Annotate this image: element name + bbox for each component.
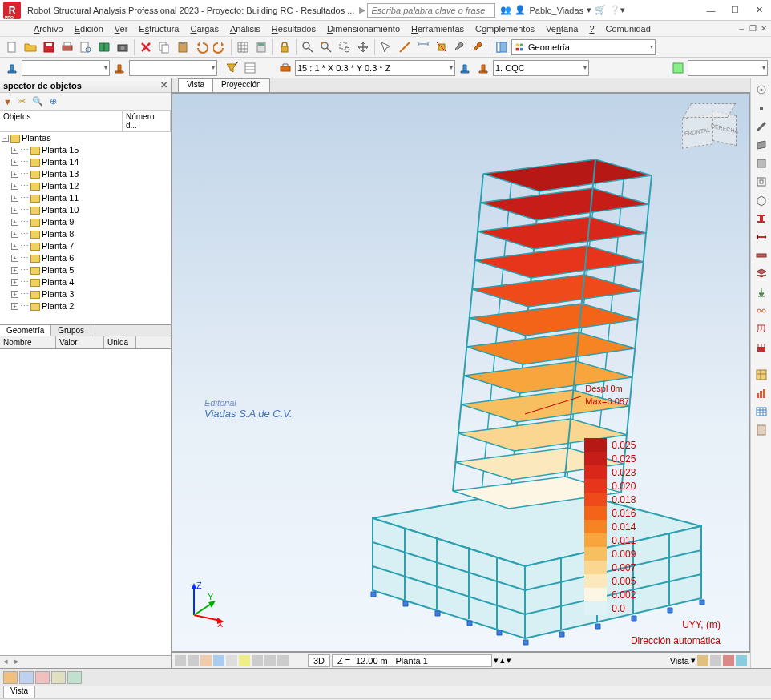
section-prev-icon[interactable]: ▴ (500, 655, 505, 666)
tree-item[interactable]: +⋯Planta 6 (0, 252, 171, 264)
vb-icon-9[interactable] (277, 655, 289, 666)
tree-item[interactable]: +⋯Planta 15 (0, 144, 171, 156)
tree-item[interactable]: +⋯Planta 3 (0, 288, 171, 300)
table-icon[interactable] (753, 404, 769, 420)
menu-cargas[interactable]: Cargas (184, 22, 224, 35)
vb-icon-3[interactable] (200, 655, 212, 666)
pan-icon[interactable] (354, 38, 372, 56)
stamp2-icon[interactable] (111, 59, 128, 77)
maximize-button[interactable]: ☐ (723, 2, 747, 18)
preview-icon[interactable] (77, 38, 95, 56)
menu-help[interactable]: ? (583, 22, 599, 35)
expand-icon[interactable]: + (11, 195, 18, 202)
vb-r2-icon[interactable] (710, 655, 721, 666)
loadcase-icon[interactable] (753, 340, 769, 356)
layout-icon[interactable] (493, 38, 511, 56)
section-icon[interactable] (433, 38, 450, 56)
open-icon[interactable] (22, 38, 39, 56)
section-next-icon[interactable]: ▾ (507, 655, 511, 666)
save-icon[interactable] (40, 38, 58, 56)
stamp4-icon[interactable] (474, 59, 492, 77)
coord-combo[interactable]: 15 : 1 * X 0.3 * Y 0.3 * Z ▾ (295, 60, 455, 76)
bt-1[interactable] (3, 671, 18, 684)
col-numero[interactable]: Número d... (123, 111, 171, 131)
col-valor[interactable]: Valor (56, 336, 104, 348)
menu-estructura[interactable]: Estructura (133, 22, 184, 35)
vb-icon-6[interactable] (239, 655, 250, 666)
vb-icon-2[interactable] (188, 655, 199, 666)
vb-icon-1[interactable] (175, 655, 186, 666)
object-tree[interactable]: − Plantas +⋯Planta 15+⋯Planta 14+⋯Planta… (0, 132, 171, 324)
vb-icon-5[interactable] (226, 655, 237, 666)
grid-icon[interactable] (234, 38, 252, 56)
bt-4[interactable] (51, 671, 66, 684)
vb-dd-icon[interactable]: ▾ (691, 655, 696, 666)
bt-5[interactable] (67, 671, 82, 684)
section-mode-icon[interactable] (277, 59, 294, 77)
section-dropdown-icon[interactable]: ▾ (494, 655, 499, 666)
wall-icon[interactable] (753, 155, 769, 171)
wrench2-icon[interactable] (470, 38, 487, 56)
paste-icon[interactable] (174, 38, 192, 56)
delete-icon[interactable] (137, 38, 155, 56)
results-icon[interactable] (753, 385, 769, 401)
camera-icon[interactable] (114, 38, 131, 56)
print-icon[interactable] (59, 38, 76, 56)
opening-icon[interactable] (753, 174, 769, 190)
menu-comunidad[interactable]: Comunidad (600, 22, 656, 35)
selection-combo-2[interactable]: ▾ (129, 60, 217, 76)
view-section[interactable]: Z = -12.00 m - Planta 1 (332, 654, 492, 667)
new-icon[interactable] (3, 38, 21, 56)
bar-icon[interactable] (753, 119, 769, 135)
axis-triad[interactable]: Z X Y (182, 579, 230, 627)
funnel-icon[interactable]: ▼ (3, 97, 12, 107)
help-icon[interactable]: ❔▾ (609, 5, 625, 15)
vb-icon-8[interactable] (264, 655, 276, 666)
col-unidad[interactable]: Unida (104, 336, 136, 348)
globe-icon[interactable]: ⊕ (50, 96, 57, 107)
zoom-icon[interactable] (299, 38, 317, 56)
props-icon[interactable] (241, 59, 259, 77)
stamp3-icon[interactable] (456, 59, 474, 77)
tree-item[interactable]: +⋯Planta 13 (0, 168, 171, 180)
menu-archivo[interactable]: Archivo (28, 22, 69, 35)
tree-item[interactable]: +⋯Planta 10 (0, 204, 171, 216)
release-icon[interactable] (753, 303, 769, 319)
3d-viewport[interactable]: FRONTAL DERECHA (172, 93, 750, 652)
tab-geometria[interactable]: Geometría (0, 325, 51, 336)
expand-icon[interactable]: + (11, 231, 18, 238)
snap-icon[interactable] (753, 82, 769, 98)
book-icon[interactable] (95, 38, 113, 56)
minimize-button[interactable]: — (699, 2, 723, 18)
vb-icon-4[interactable] (213, 655, 224, 666)
expand-icon[interactable]: + (11, 303, 18, 310)
copy-icon[interactable] (155, 38, 173, 56)
menu-ventana[interactable]: Ventana (540, 22, 583, 35)
tree-item[interactable]: +⋯Planta 4 (0, 276, 171, 288)
menu-analisis[interactable]: Análisis (224, 22, 266, 35)
expand-icon[interactable]: + (11, 183, 18, 190)
inspector-close-icon[interactable]: ✕ (160, 80, 168, 91)
edit-select-icon[interactable] (377, 38, 395, 56)
zoom-extents-icon[interactable] (317, 38, 335, 56)
menu-herramientas[interactable]: Herramientas (406, 22, 470, 35)
close-button[interactable]: ✕ (747, 2, 771, 18)
tree-item[interactable]: +⋯Planta 9 (0, 216, 171, 228)
filter2-icon[interactable]: ✂ (18, 96, 26, 107)
mdi-restore-icon[interactable]: ❐ (747, 24, 758, 33)
load-icon[interactable] (753, 321, 769, 337)
panel-icon[interactable] (753, 137, 769, 153)
measure-icon[interactable] (396, 38, 414, 56)
expand-icon[interactable]: + (11, 171, 18, 178)
vb-icon-7[interactable] (252, 655, 263, 666)
display-opts-icon[interactable] (669, 59, 687, 77)
expand-icon[interactable]: + (11, 267, 18, 274)
menu-ver[interactable]: Ver (109, 22, 134, 35)
wrench-icon[interactable] (451, 38, 469, 56)
expand-icon[interactable]: + (11, 255, 18, 262)
collapse-icon[interactable]: − (2, 135, 9, 142)
tab-proyeccion[interactable]: Proyección (212, 78, 269, 92)
redo-icon[interactable] (211, 38, 228, 56)
material-icon[interactable] (753, 229, 769, 245)
user-icon[interactable]: 👤 (515, 5, 526, 15)
